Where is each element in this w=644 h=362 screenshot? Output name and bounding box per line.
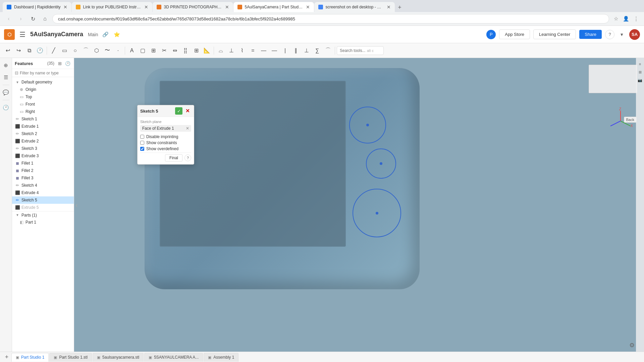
filter-input[interactable] [20,71,71,75]
tree-item-front[interactable]: ▭ Front [12,101,74,108]
home-button[interactable]: ⌂ [40,14,50,23]
history-button[interactable]: 🕐 [35,46,45,56]
perp-tool[interactable]: ⊥ [302,46,312,56]
tree-item-parts[interactable]: ▼ Parts (1) [12,211,74,219]
rect-tool[interactable]: ▭ [59,46,69,56]
forward-button[interactable]: › [16,14,25,23]
horiz-tool[interactable]: — [269,46,279,56]
tree-item-sketch2[interactable]: ✏ Sketch 2 [12,130,74,137]
viewport[interactable]: Z X Back ‹ ≡ ⊞ 📷 ⚙ [74,58,644,352]
tree-item-origin[interactable]: ⊕ Origin [12,86,74,93]
tab-onshape-active[interactable]: 5AulSanyaCamera | Part Studio 1 ✕ [233,2,314,12]
tree-item-top[interactable]: ▭ Top [12,93,74,101]
image-tool[interactable]: ▢ [138,46,148,56]
tab-close-4[interactable]: ✕ [306,4,310,10]
search-tools[interactable]: Search tools... alt c [337,46,384,55]
reload-button[interactable]: ↻ [28,14,38,23]
rp-icon-1[interactable]: ≡ [637,61,643,67]
vert-tool[interactable]: | [280,46,290,56]
tab-dashboard[interactable]: Dashboard | RapidIdentity ✕ [3,2,71,12]
text-tool[interactable]: A [127,46,137,56]
polygon-tool[interactable]: ⬡ [92,46,102,56]
disable-imprinting-checkbox[interactable] [140,135,144,139]
left-tool-history[interactable]: 🕐 [1,103,11,112]
tree-item-sketch4[interactable]: ✏ Sketch 4 [12,182,74,189]
angle-tool[interactable]: ⌒ [323,46,333,56]
left-tool-comments[interactable]: 💬 [1,88,11,97]
tab-part-studio-1[interactable]: ▣ Part Studio 1 [11,353,49,362]
point-tool[interactable]: · [113,46,123,56]
features-expand-icon[interactable]: ⊞ [56,60,63,67]
hamburger-menu[interactable]: ☰ [18,29,27,40]
tree-item-extrude5[interactable]: ⬛ Extrude 5 [12,204,74,211]
dimension-tool[interactable]: ∑ [312,46,322,56]
left-tool-select[interactable]: ⊕ [1,61,11,70]
mirror-tool[interactable]: ⇔ [170,46,180,56]
add-tab-button[interactable]: + [3,353,11,361]
tree-item-part1[interactable]: ◧ Part 1 [12,219,74,226]
measure-tool[interactable]: 📐 [202,46,212,56]
sketch-help-button[interactable]: ? [184,155,191,161]
avatar[interactable]: SA [629,29,640,40]
tree-item-sketch5[interactable]: ✏ Sketch 5 [12,196,74,204]
sketch-dialog-close-button[interactable]: ✕ [184,107,191,115]
onshape-star-icon[interactable]: ⭐ [113,31,121,39]
back-view-button[interactable]: Back [624,117,637,123]
tree-item-fillet1[interactable]: ◼ Fillet 1 [12,160,74,167]
features-clock-icon[interactable]: 🕐 [64,60,71,67]
tree-item-fillet2[interactable]: ◼ Fillet 2 [12,167,74,174]
rp-icon-2[interactable]: ⊞ [637,69,643,75]
circle-tool[interactable]: ○ [70,46,80,56]
midpoint-tool[interactable]: — [259,46,269,56]
parallel-tool[interactable]: ∥ [291,46,301,56]
help-button[interactable]: ? [605,30,614,39]
tree-item-sketch3[interactable]: ✏ Sketch 3 [12,145,74,152]
tab-5sanyaulcamera[interactable]: ▣ 5SANYAULCAMERA A... [144,353,203,362]
extensions-icon[interactable]: ⋮ [632,15,640,23]
tab-close-2[interactable]: ✕ [144,4,148,10]
tab-close-5[interactable]: ✕ [387,4,391,10]
tree-item-extrude1[interactable]: ⬛ Extrude 1 [12,123,74,130]
tab-close-3[interactable]: ✕ [225,4,229,10]
tree-item-sketch1[interactable]: ✏ Sketch 1 [12,115,74,123]
left-tool-features[interactable]: ☰ [1,73,11,82]
tab-close-1[interactable]: ✕ [63,4,67,10]
share-button[interactable]: Share [579,30,602,39]
tab-part-studio-1-stl[interactable]: ▣ Part Studio 1.stl [49,353,92,362]
chevron-down-icon[interactable]: ▾ [618,31,626,39]
fillet-tool[interactable]: ⌓ [216,46,226,56]
spline-tool[interactable]: 〜 [102,46,112,56]
bookmark-icon[interactable]: ☆ [612,15,620,23]
show-overdefined-checkbox[interactable] [140,147,144,151]
tree-item-extrude2[interactable]: ⬛ Extrude 2 [12,137,74,145]
back-button[interactable]: ‹ [4,14,13,23]
undo-button[interactable]: ↩ [3,46,13,56]
rp-icon-3[interactable]: 📷 [637,77,643,83]
tree-item-extrude3[interactable]: ⬛ Extrude 3 [12,152,74,160]
link-icon[interactable]: 🔗 [101,31,109,39]
new-tab-button[interactable]: + [395,3,405,12]
profile-icon[interactable]: 👤 [622,15,630,23]
tab-5aulsanyacamera-stl[interactable]: ▣ 5aulsanyacamera.stl [93,353,144,362]
trim-tool[interactable]: ✂ [159,46,169,56]
nav-left-arrow[interactable]: ‹ [74,198,79,212]
tree-item-fillet3[interactable]: ◼ Fillet 3 [12,174,74,182]
sketch-dialog-ok-button[interactable]: ✓ [175,107,182,115]
grid-tool[interactable]: ⊞ [191,46,201,56]
arc-tool[interactable]: ⌒ [81,46,91,56]
equal-tool[interactable]: = [248,46,258,56]
tangent-tool[interactable]: ⌇ [237,46,247,56]
viewport-settings-icon[interactable]: ⚙ [629,342,635,349]
offset-tool[interactable]: ⊞ [148,46,158,56]
tab-assembly-1[interactable]: ▣ Assembly 1 [204,353,238,362]
show-constraints-checkbox[interactable] [140,141,144,145]
tab-photographer[interactable]: 3D PRINTED PHOTOGRAPHER T... ✕ [153,2,233,12]
tree-item-right[interactable]: ▭ Right [12,108,74,115]
tab-screenshot[interactable]: screenshot on dell desktop - Go... ✕ [314,2,395,12]
sketch-plane-clear-button[interactable]: ✕ [186,126,189,131]
learning-center-button[interactable]: Learning Center [533,29,576,39]
redo-button[interactable]: ↪ [13,46,23,56]
tree-item-default-geometry[interactable]: ▼ Default geometry [12,78,74,86]
pattern-tool[interactable]: ⣿ [180,46,191,56]
line-tool[interactable]: ╱ [49,46,59,56]
